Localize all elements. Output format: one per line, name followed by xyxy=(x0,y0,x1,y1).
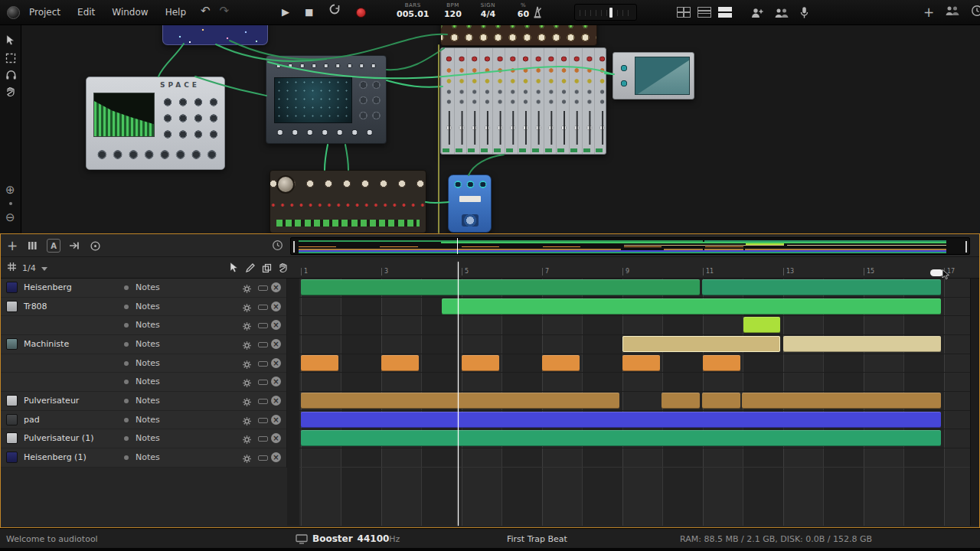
clip-track-6[interactable] xyxy=(702,393,740,409)
clip-track-4[interactable] xyxy=(622,355,660,371)
midi-indicator[interactable] xyxy=(258,361,268,367)
track-row-heisenberg-1[interactable]: Heisenberg (1)Notes xyxy=(1,448,286,468)
loop-button[interactable] xyxy=(328,3,341,21)
midi-indicator[interactable] xyxy=(258,399,268,404)
remove-track-icon[interactable] xyxy=(271,302,281,311)
midi-indicator[interactable] xyxy=(258,342,268,347)
add-track-button[interactable] xyxy=(5,239,19,253)
chevron-down-icon[interactable] xyxy=(41,267,47,271)
track-row-pulverisateur[interactable]: PulverisateurNotes xyxy=(1,392,286,411)
hand-tool-icon[interactable] xyxy=(5,86,16,100)
midi-indicator[interactable] xyxy=(258,305,268,310)
clip-track-4[interactable] xyxy=(462,355,499,371)
device-scope[interactable] xyxy=(612,52,694,99)
remove-track-icon[interactable] xyxy=(271,415,281,425)
gear-icon[interactable] xyxy=(242,302,252,316)
jump-to-end-icon[interactable] xyxy=(67,239,81,253)
knob-grid[interactable] xyxy=(160,94,221,142)
remove-track-icon[interactable] xyxy=(271,452,281,462)
audiotool-logo-icon[interactable] xyxy=(7,6,20,19)
midi-indicator[interactable] xyxy=(258,455,268,461)
desktop-view-icon[interactable] xyxy=(697,7,711,18)
clip-track-8[interactable] xyxy=(301,430,941,446)
clip-track-2[interactable] xyxy=(743,317,781,333)
undo-icon[interactable]: ↶ xyxy=(201,4,211,18)
headphones-icon[interactable] xyxy=(5,69,17,83)
volume-knob[interactable] xyxy=(609,8,612,18)
redo-icon[interactable]: ↷ xyxy=(220,4,230,18)
clip-track-6[interactable] xyxy=(742,393,941,409)
device-pulverisateur[interactable] xyxy=(440,25,597,46)
device-space-reverb[interactable]: SPACE xyxy=(86,77,225,170)
duplicate-tool-icon[interactable] xyxy=(262,262,272,276)
zoom-out-icon[interactable]: ⊖ xyxy=(5,212,15,223)
device-dark-synth[interactable] xyxy=(266,55,387,144)
clip-track-6[interactable] xyxy=(301,393,619,409)
clock-icon[interactable] xyxy=(971,5,980,20)
track-row-empty-4[interactable]: Notes xyxy=(1,354,286,373)
clip-track-7[interactable] xyxy=(301,412,941,428)
knob-row[interactable] xyxy=(273,126,380,139)
arrangement-overview[interactable] xyxy=(290,237,970,255)
select-tool-icon[interactable] xyxy=(229,262,239,276)
add-icon[interactable] xyxy=(923,4,934,21)
pointer-tool-icon[interactable] xyxy=(5,34,15,49)
pencil-tool-icon[interactable] xyxy=(245,262,256,276)
play-button[interactable]: ▶ xyxy=(282,3,289,21)
midi-indicator[interactable] xyxy=(258,285,268,291)
menu-project[interactable]: Project xyxy=(29,7,60,18)
midi-indicator[interactable] xyxy=(258,323,268,328)
remove-track-icon[interactable] xyxy=(271,358,281,368)
remove-track-icon[interactable] xyxy=(271,339,281,349)
midi-indicator[interactable] xyxy=(258,380,268,385)
device-starfield[interactable] xyxy=(162,25,268,45)
clip-track-4[interactable] xyxy=(381,355,419,371)
transport-display-sign[interactable]: SIGN4/4 xyxy=(476,2,499,19)
menu-help[interactable]: Help xyxy=(165,7,186,18)
gear-icon[interactable] xyxy=(242,377,252,391)
grid-division-value[interactable]: 1/4 xyxy=(22,263,36,273)
device-mixer[interactable] xyxy=(440,47,606,155)
stop-button[interactable]: ■ xyxy=(305,3,313,21)
midi-indicator[interactable] xyxy=(258,418,268,423)
invite-user-icon[interactable] xyxy=(750,7,764,22)
pan-tool-icon[interactable] xyxy=(278,262,289,276)
gear-icon[interactable] xyxy=(242,320,252,334)
clip-track-4[interactable] xyxy=(542,355,580,371)
track-row-pad[interactable]: padNotes xyxy=(1,411,286,430)
device-drum-machine[interactable] xyxy=(270,170,426,233)
menu-edit[interactable]: Edit xyxy=(77,7,95,18)
gear-icon[interactable] xyxy=(242,339,252,354)
midi-indicator[interactable] xyxy=(258,436,268,442)
knob-row[interactable] xyxy=(94,145,217,165)
split-view-icon[interactable] xyxy=(677,7,691,18)
clip-track-4[interactable] xyxy=(301,355,338,371)
remove-track-icon[interactable] xyxy=(271,396,281,406)
bar-ruler[interactable]: 1357911131517 xyxy=(299,266,970,279)
track-row-heisenberg[interactable]: HeisenbergNotes xyxy=(1,279,286,298)
track-row-empty-2[interactable]: Notes xyxy=(1,316,286,335)
clip-track-4[interactable] xyxy=(703,355,740,371)
track-row-pulverisateur-1[interactable]: Pulverisateur (1)Notes xyxy=(1,429,286,448)
arrangement-view-icon[interactable] xyxy=(718,7,732,18)
transport-display-bpm[interactable]: BPM120 xyxy=(441,2,464,19)
record-button[interactable] xyxy=(356,8,366,18)
clip-track-3[interactable] xyxy=(622,336,780,352)
zoom-in-icon[interactable]: ⊕ xyxy=(5,184,15,195)
automation-button[interactable]: A xyxy=(47,239,60,253)
menu-window[interactable]: Window xyxy=(112,7,148,18)
metronome-icon[interactable] xyxy=(531,5,544,22)
zoom-reset-dot[interactable] xyxy=(9,202,12,205)
clip-track-0[interactable] xyxy=(702,279,941,295)
clip-track-0[interactable] xyxy=(301,279,700,295)
gear-icon[interactable] xyxy=(242,415,252,429)
master-volume-slider[interactable] xyxy=(574,4,637,21)
remove-track-icon[interactable] xyxy=(271,282,281,292)
users-icon[interactable] xyxy=(945,5,960,20)
transport-display-bars[interactable]: BARS005.01 xyxy=(397,2,429,19)
gear-icon[interactable] xyxy=(242,433,252,448)
gear-icon[interactable] xyxy=(242,396,252,410)
remove-track-icon[interactable] xyxy=(271,320,281,330)
remove-track-icon[interactable] xyxy=(271,433,281,443)
clip-track-6[interactable] xyxy=(662,393,700,409)
